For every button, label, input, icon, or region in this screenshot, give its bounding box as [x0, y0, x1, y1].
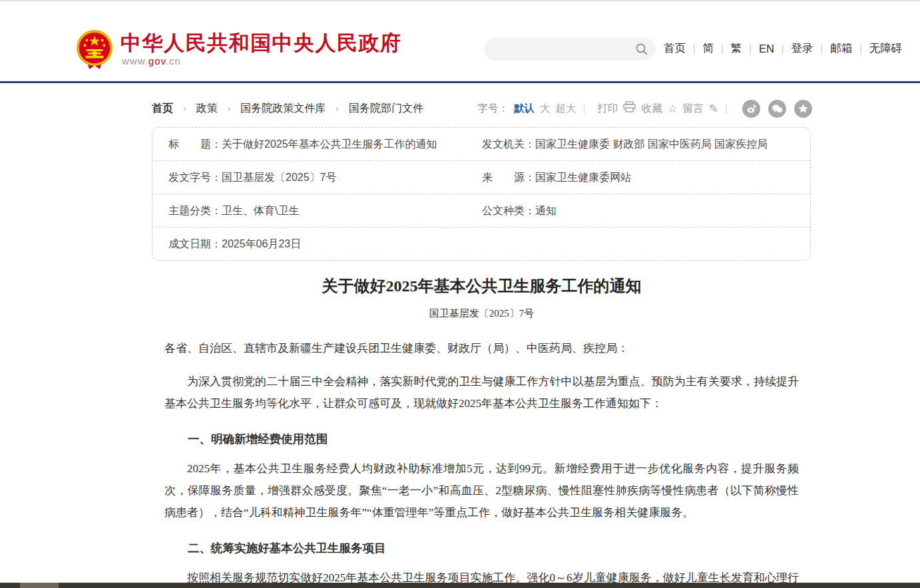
search-box[interactable]	[484, 38, 656, 61]
nav-login[interactable]: 登录	[791, 41, 813, 56]
document-title: 关于做好2025年基本公共卫生服务工作的通知	[164, 275, 799, 297]
nav-simplified[interactable]: 简	[703, 41, 714, 56]
meta-issuing-agency: 发文机关： 国家卫生健康委 财政部 国家中医药局 国家疾控局	[482, 137, 810, 151]
search-icon[interactable]	[635, 43, 648, 59]
nav-separator: |	[721, 43, 724, 54]
meta-doc-number: 发文字号： 国卫基层发〔2025〕7号	[168, 170, 482, 184]
national-emblem-logo	[75, 29, 114, 71]
salutation-paragraph: 各省、自治区、直辖市及新疆生产建设兵团卫生健康委、财政厅（局）、中医药局、疾控局…	[164, 337, 799, 359]
font-size-large-button[interactable]: 大	[540, 102, 551, 116]
tools-separator: |	[582, 102, 585, 114]
favorite-button[interactable]: 收藏	[641, 102, 662, 116]
document-number: 国卫基层发〔2025〕7号	[164, 307, 799, 320]
section-heading-2: 二、统筹实施好基本公共卫生服务项目	[164, 540, 799, 556]
meta-date: 成文日期： 2025年06月23日	[168, 237, 482, 251]
search-input[interactable]	[495, 41, 630, 59]
page-toolbar: 首页 › 政策 › 国务院政策文件库 › 国务院部门文件 字号： 默认 大 超大…	[152, 96, 812, 120]
nav-home[interactable]: 首页	[664, 41, 686, 56]
document-body: 关于做好2025年基本公共卫生服务工作的通知 国卫基层发〔2025〕7号 各省、…	[164, 275, 799, 588]
meta-row: 标 题： 关于做好2025年基本公共卫生服务工作的通知 发文机关： 国家卫生健康…	[152, 128, 810, 161]
site-url: www.gov.cn	[122, 55, 181, 67]
share-wechat-button[interactable]	[768, 100, 786, 118]
print-button[interactable]: 打印	[597, 102, 618, 116]
nav-separator: |	[820, 43, 823, 54]
site-header: 中华人民共和国中央人民政府 www.gov.cn 首页 | 简 | 繁 | EN…	[0, 1, 920, 83]
meta-topic-category: 主题分类： 卫生、体育\卫生	[168, 204, 482, 218]
nav-traditional[interactable]: 繁	[731, 41, 742, 56]
meta-source: 来 源： 国家卫生健康委网站	[482, 170, 810, 184]
tools-separator: |	[725, 102, 728, 114]
nav-separator: |	[749, 43, 752, 54]
nav-separator: |	[859, 43, 862, 54]
favorite-star-icon[interactable]: ☆	[667, 102, 677, 116]
document-meta-box: 标 题： 关于做好2025年基本公共卫生服务工作的通知 发文机关： 国家卫生健康…	[152, 127, 811, 261]
font-size-label: 字号：	[477, 102, 509, 116]
article-tools: 字号： 默认 大 超大 | 打印 收藏 ☆ 留言 ✎ |	[477, 100, 812, 118]
breadcrumb-home[interactable]: 首页	[152, 102, 173, 116]
nav-separator: |	[782, 43, 784, 54]
share-weibo-button[interactable]	[742, 100, 760, 118]
breadcrumb-department-docs[interactable]: 国务院部门文件	[349, 102, 423, 116]
intro-paragraph: 为深入贯彻党的二十届三中全会精神，落实新时代党的卫生与健康工作方针中以基层为重点…	[164, 370, 799, 414]
font-size-default-button[interactable]: 默认	[514, 102, 535, 116]
nav-mailbox[interactable]: 邮箱	[830, 41, 852, 56]
breadcrumb-policy[interactable]: 政策	[196, 102, 218, 116]
font-size-xlarge-button[interactable]: 超大	[555, 102, 576, 116]
breadcrumb-chevron-icon: ›	[336, 103, 339, 114]
section-1-paragraph: 2025年，基本公共卫生服务经费人均财政补助标准增加5元，达到99元。新增经费用…	[164, 458, 799, 523]
breadcrumb-policy-library[interactable]: 国务院政策文件库	[240, 102, 326, 116]
meta-doc-type: 公文种类： 通知	[482, 204, 810, 218]
nav-english[interactable]: EN	[759, 43, 774, 55]
printer-icon[interactable]	[623, 101, 636, 116]
bottom-edge-bar-segment	[20, 583, 59, 588]
meta-row: 成文日期： 2025年06月23日	[152, 227, 810, 260]
nav-accessibility[interactable]: 无障碍	[869, 41, 903, 56]
share-qzone-button[interactable]	[794, 100, 812, 118]
section-heading-1: 一、明确新增经费使用范围	[164, 431, 799, 447]
top-nav: 首页 | 简 | 繁 | EN | 登录 | 邮箱 | 无障碍	[664, 41, 902, 56]
breadcrumb-chevron-icon: ›	[228, 103, 231, 114]
meta-row: 主题分类： 卫生、体育\卫生 公文种类： 通知	[152, 194, 810, 227]
nav-separator: |	[693, 43, 696, 54]
meta-row: 发文字号： 国卫基层发〔2025〕7号 来 源： 国家卫生健康委网站	[152, 161, 810, 194]
comment-button[interactable]: 留言	[683, 102, 704, 116]
comment-pencil-icon[interactable]: ✎	[709, 102, 718, 116]
breadcrumb-chevron-icon: ›	[183, 103, 186, 114]
breadcrumb: 首页 › 政策 › 国务院政策文件库 › 国务院部门文件	[152, 102, 423, 116]
site-title: 中华人民共和国中央人民政府	[120, 29, 402, 57]
meta-title: 标 题： 关于做好2025年基本公共卫生服务工作的通知	[168, 137, 482, 151]
bottom-edge-bar	[0, 583, 920, 588]
